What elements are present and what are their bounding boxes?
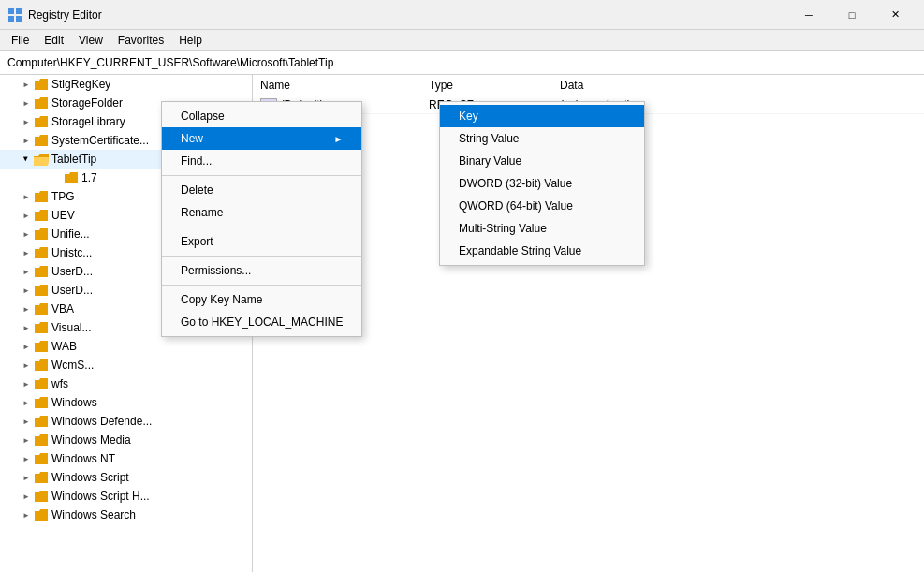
submenu-dwordvalue-label: DWORD (32-bit) Value xyxy=(459,177,572,190)
folder-icon xyxy=(34,133,49,148)
tree-label: Windows Script xyxy=(51,471,129,484)
svg-rect-2 xyxy=(8,16,14,22)
tree-label: Unifie... xyxy=(51,227,90,241)
ctx-new[interactable]: New ► xyxy=(162,127,361,150)
folder-icon xyxy=(34,283,49,298)
ctx-delete-label: Delete xyxy=(181,183,213,197)
folder-icon xyxy=(34,395,49,410)
expand-arrow: ► xyxy=(19,77,34,92)
expand-arrow: ► xyxy=(19,339,34,354)
title-bar: Registry Editor ─ □ ✕ xyxy=(0,0,924,30)
submenu-binaryvalue-label: Binary Value xyxy=(459,154,521,168)
menu-edit[interactable]: Edit xyxy=(37,32,71,49)
ctx-gotohklm[interactable]: Go to HKEY_LOCAL_MACHINE xyxy=(162,311,361,333)
tree-item-wab[interactable]: ► WAB xyxy=(0,337,252,356)
tree-label: TPG xyxy=(51,190,75,203)
tree-item-windowsmedia[interactable]: ► Windows Media xyxy=(0,431,252,449)
folder-icon xyxy=(34,208,49,223)
tree-label: SystemCertificate... xyxy=(51,134,149,147)
ctx-permissions-label: Permissions... xyxy=(181,264,251,277)
expand-arrow: ► xyxy=(19,414,34,429)
submenu-qwordvalue-label: QWORD (64-bit) Value xyxy=(459,199,573,213)
expand-arrow: ► xyxy=(19,245,34,260)
ctx-separator-1 xyxy=(162,175,361,176)
ctx-find[interactable]: Find... xyxy=(162,150,361,172)
tree-item-wfs[interactable]: ► wfs xyxy=(0,374,252,393)
folder-icon xyxy=(34,339,49,354)
folder-icon xyxy=(34,227,49,242)
tree-item-windows[interactable]: ► Windows xyxy=(0,393,252,412)
submenu-multistringvalue[interactable]: Multi-String Value xyxy=(440,217,644,240)
tree-label: Windows NT xyxy=(51,452,115,465)
col-header-type: Type xyxy=(421,77,552,94)
tree-label: UserD... xyxy=(51,265,93,278)
submenu-dwordvalue[interactable]: DWORD (32-bit) Value xyxy=(440,172,644,195)
folder-icon xyxy=(34,414,49,429)
tree-label: Windows Defende... xyxy=(51,415,152,428)
folder-icon xyxy=(34,451,49,466)
expand-arrow: ► xyxy=(19,470,34,485)
ctx-rename[interactable]: Rename xyxy=(162,201,361,224)
close-button[interactable]: ✕ xyxy=(873,0,917,30)
submenu-stringvalue[interactable]: String Value xyxy=(440,127,644,150)
folder-icon-open xyxy=(34,152,49,167)
menu-view[interactable]: View xyxy=(71,32,110,49)
folder-icon xyxy=(34,114,49,129)
tree-item-wcms[interactable]: ► WcmS... xyxy=(0,356,252,374)
tree-label: Windows Script H... xyxy=(51,490,150,503)
ctx-separator-3 xyxy=(162,256,361,257)
expand-arrow: ► xyxy=(19,451,34,466)
ctx-copykeyname[interactable]: Copy Key Name xyxy=(162,288,361,311)
window-controls: ─ □ ✕ xyxy=(787,0,917,30)
expand-arrow: ► xyxy=(19,507,34,522)
ctx-new-label: New xyxy=(181,132,203,145)
ctx-export[interactable]: Export xyxy=(162,230,361,253)
tree-item-windowsdefender[interactable]: ► Windows Defende... xyxy=(0,412,252,431)
tree-item-windowsscripth[interactable]: ► Windows Script H... xyxy=(0,487,252,506)
tree-item-stigregkey[interactable]: ► StigRegKey xyxy=(0,75,252,94)
maximize-button[interactable]: □ xyxy=(830,0,873,30)
submenu-stringvalue-label: String Value xyxy=(459,132,519,145)
ctx-permissions[interactable]: Permissions... xyxy=(162,259,361,282)
svg-rect-0 xyxy=(8,8,14,14)
folder-icon xyxy=(34,376,49,391)
ctx-separator-4 xyxy=(162,285,361,286)
expand-arrow: ► xyxy=(19,320,34,335)
folder-icon xyxy=(34,433,49,447)
tree-label: wfs xyxy=(51,377,68,390)
expand-arrow: ► xyxy=(19,152,34,167)
expand-arrow: ► xyxy=(19,208,34,223)
tree-label: 1.7 xyxy=(81,171,97,184)
submenu-binaryvalue[interactable]: Binary Value xyxy=(440,150,644,172)
tree-label: Visual... xyxy=(51,321,91,334)
tree-label: StigRegKey xyxy=(51,78,110,91)
expand-arrow: ► xyxy=(19,489,34,504)
expand-arrow: ► xyxy=(19,395,34,410)
submenu-expandablestringvalue[interactable]: Expandable String Value xyxy=(440,240,644,262)
folder-icon xyxy=(34,358,49,373)
folder-icon xyxy=(34,189,49,204)
tree-item-windowssearch[interactable]: ► Windows Search xyxy=(0,506,252,524)
tree-item-windowsscript[interactable]: ► Windows Script xyxy=(0,468,252,487)
submenu-qwordvalue[interactable]: QWORD (64-bit) Value xyxy=(440,195,644,217)
context-menu: Collapse New ► Find... Delete Rename Exp… xyxy=(161,101,362,337)
submenu-key[interactable]: Key xyxy=(440,105,644,127)
expand-arrow: ► xyxy=(19,358,34,373)
menu-file[interactable]: File xyxy=(4,32,37,49)
tree-label: StorageLibrary xyxy=(51,115,125,128)
folder-icon xyxy=(34,264,49,279)
svg-rect-3 xyxy=(16,16,22,22)
submenu-arrow: ► xyxy=(334,134,344,144)
minimize-button[interactable]: ─ xyxy=(787,0,830,30)
ctx-rename-label: Rename xyxy=(181,206,223,219)
submenu: Key String Value Binary Value DWORD (32-… xyxy=(439,101,645,266)
tree-label: Unistc... xyxy=(51,246,92,259)
ctx-collapse[interactable]: Collapse xyxy=(162,105,361,127)
ctx-delete[interactable]: Delete xyxy=(162,179,361,201)
folder-icon xyxy=(34,320,49,335)
tree-label: Windows Media xyxy=(51,433,131,447)
folder-icon xyxy=(34,95,49,110)
menu-help[interactable]: Help xyxy=(171,32,210,49)
tree-item-windowsnt[interactable]: ► Windows NT xyxy=(0,449,252,468)
menu-favorites[interactable]: Favorites xyxy=(110,32,171,49)
